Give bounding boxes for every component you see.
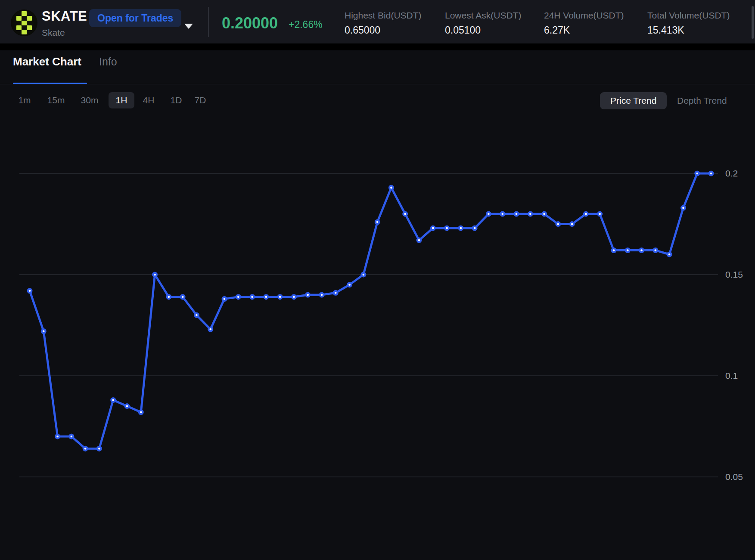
- tab-market-chart[interactable]: Market Chart: [13, 55, 81, 68]
- stat-label: Lowest Ask(USDT): [445, 10, 521, 21]
- data-point-core: [321, 294, 323, 296]
- data-point-core: [224, 298, 226, 300]
- data-point-core: [196, 314, 198, 316]
- data-point-core: [209, 328, 211, 331]
- data-point-core: [56, 436, 59, 438]
- chevron-down-icon[interactable]: [184, 24, 193, 29]
- data-point-core: [265, 296, 267, 298]
- header-bar: SKATE Open for Trades Skate 0.20000 +2.6…: [0, 0, 755, 43]
- scrollbar-thumb[interactable]: [752, 6, 754, 39]
- data-point-core: [682, 207, 684, 209]
- data-point-core: [460, 227, 462, 229]
- data-point-core: [599, 213, 601, 215]
- data-point-core: [43, 330, 45, 332]
- price-line: [30, 173, 711, 449]
- y-axis-tick-label: 0.05: [725, 472, 743, 482]
- interval-button-1d[interactable]: 1D: [165, 92, 187, 108]
- pixel-s-glyph: [16, 11, 32, 34]
- data-point-core: [307, 294, 309, 296]
- stat-value: 6.27K: [544, 25, 570, 36]
- y-axis-tick-label: 0.2: [725, 168, 738, 178]
- data-point-core: [655, 249, 657, 251]
- price-chart-svg: 0.20.150.10.05: [0, 136, 755, 560]
- interval-button-15m[interactable]: 15m: [43, 92, 69, 108]
- stat-value: 0.05100: [445, 25, 481, 36]
- data-point-core: [154, 274, 156, 276]
- data-point-core: [376, 221, 379, 223]
- data-point-core: [84, 448, 87, 450]
- data-point-core: [571, 223, 573, 225]
- data-point-core: [390, 187, 392, 189]
- data-point-core: [29, 290, 31, 292]
- interval-button-7d[interactable]: 7D: [190, 92, 211, 108]
- data-point-core: [543, 213, 545, 215]
- stat-label: Highest Bid(USDT): [345, 10, 422, 21]
- data-point-core: [488, 213, 490, 215]
- data-point-core: [126, 405, 128, 407]
- data-point-core: [640, 249, 643, 251]
- data-point-core: [237, 296, 239, 298]
- token-logo-icon: [11, 9, 37, 36]
- interval-button-4h[interactable]: 4H: [138, 92, 159, 108]
- y-axis-tick-label: 0.15: [725, 269, 743, 279]
- stat-label: 24H Volume(USDT): [544, 10, 624, 21]
- data-point-core: [363, 274, 365, 276]
- stat-label: Total Volume(USDT): [647, 10, 730, 21]
- token-change: +2.66%: [289, 19, 323, 31]
- data-point-core: [348, 284, 351, 286]
- data-point-core: [182, 296, 184, 298]
- data-point-core: [446, 227, 448, 229]
- stat-value: 0.65000: [345, 25, 380, 36]
- token-name: Skate: [42, 28, 65, 38]
- data-point-core: [668, 254, 671, 256]
- data-point-core: [404, 213, 406, 215]
- data-point-core: [112, 399, 114, 401]
- interval-button-1h-selected[interactable]: 1H: [109, 92, 134, 108]
- price-trend-button[interactable]: Price Trend: [600, 92, 667, 109]
- data-point-core: [696, 173, 698, 175]
- status-badge: Open for Trades: [89, 9, 181, 27]
- data-point-core: [71, 436, 73, 438]
- page: SKATE Open for Trades Skate 0.20000 +2.6…: [0, 0, 755, 560]
- tab-info[interactable]: Info: [99, 56, 117, 68]
- token-price: 0.20000: [222, 14, 278, 32]
- data-point-core: [335, 292, 337, 294]
- tabs-divider: [0, 84, 755, 84]
- header-divider: [208, 7, 209, 37]
- data-point-core: [557, 223, 559, 225]
- data-point-core: [251, 296, 253, 298]
- data-point-core: [501, 213, 503, 215]
- data-point-core: [613, 249, 615, 251]
- data-point-core: [418, 239, 420, 241]
- data-point-core: [474, 227, 476, 229]
- interval-button-30m[interactable]: 30m: [77, 92, 103, 108]
- data-point-core: [293, 296, 295, 298]
- y-axis-tick-label: 0.1: [725, 371, 738, 381]
- data-point-core: [279, 296, 281, 298]
- price-chart[interactable]: 0.20.150.10.05: [0, 136, 755, 560]
- data-point-core: [432, 227, 434, 229]
- depth-trend-button[interactable]: Depth Trend: [677, 92, 727, 109]
- header-separator: [0, 43, 755, 50]
- interval-button-1m[interactable]: 1m: [14, 92, 35, 108]
- data-point-core: [140, 411, 142, 413]
- data-point-core: [168, 296, 170, 298]
- data-point-core: [516, 213, 518, 215]
- data-point-core: [585, 213, 587, 215]
- stat-value: 15.413K: [647, 25, 684, 36]
- data-point-core: [529, 213, 531, 215]
- token-symbol: SKATE: [42, 9, 87, 24]
- data-point-core: [98, 448, 100, 450]
- data-point-core: [627, 249, 629, 251]
- data-point-core: [710, 173, 712, 175]
